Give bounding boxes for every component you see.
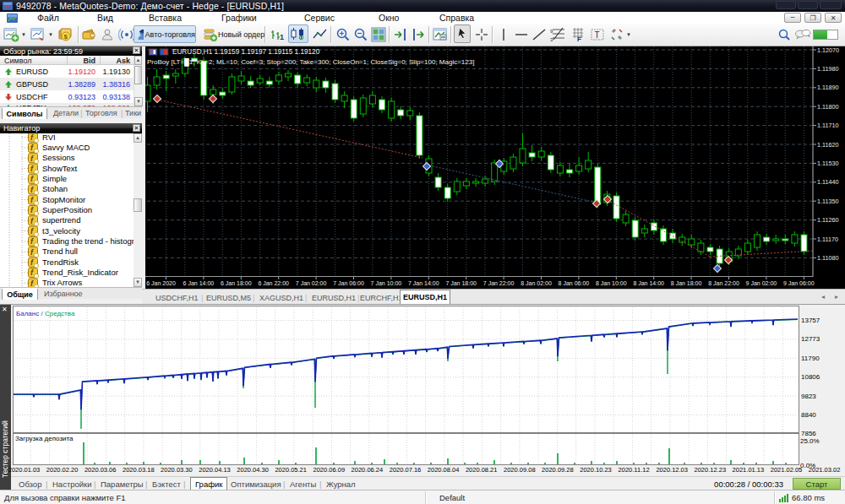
svg-text:ProBoy [LT=█1; KL=2; ML=10; Co: ProBoy [LT=█1; KL=2; ML=10; Coef=3; Stop… <box>147 57 474 67</box>
svg-text:$: $ <box>64 33 68 41</box>
svg-text:9 Jan 06:00: 9 Jan 06:00 <box>783 280 815 286</box>
svg-text:7 Jan 18:00: 7 Jan 18:00 <box>445 280 477 286</box>
svg-text:1.11800: 1.11800 <box>817 103 838 111</box>
svg-text:6 Jan 14:00: 6 Jan 14:00 <box>183 280 215 286</box>
svg-text:1.11350: 1.11350 <box>817 198 838 205</box>
svg-text:8 Jan 02:00: 8 Jan 02:00 <box>521 280 552 286</box>
svg-text:1.11620: 1.11620 <box>817 141 838 149</box>
svg-text:1: 1 <box>280 33 284 41</box>
svg-text:7 Jan 22:00: 7 Jan 22:00 <box>483 280 515 286</box>
svg-text:6 Jan 22:00: 6 Jan 22:00 <box>258 280 289 286</box>
svg-text:7 Jan 14:00: 7 Jan 14:00 <box>408 280 439 286</box>
svg-text:Баланс / Средства: Баланс / Средства <box>16 310 75 317</box>
svg-text:1.11890: 1.11890 <box>817 84 838 91</box>
svg-text:8 Jan 18:00: 8 Jan 18:00 <box>671 280 702 286</box>
svg-text:7 Jan 06:00: 7 Jan 06:00 <box>333 280 364 286</box>
svg-text:6 Jan 18:00: 6 Jan 18:00 <box>221 280 252 286</box>
svg-text:1.11980: 1.11980 <box>817 65 838 73</box>
svg-text:1.11710: 1.11710 <box>817 122 838 129</box>
svg-text:1.11080: 1.11080 <box>817 254 838 262</box>
svg-text:7 Jan 02:00: 7 Jan 02:00 <box>296 280 327 286</box>
svg-text:F: F <box>577 35 581 43</box>
svg-text:8 Jan 22:00: 8 Jan 22:00 <box>708 280 739 286</box>
svg-text:Загрузка депозита: Загрузка депозита <box>15 435 74 442</box>
svg-text:1.11170: 1.11170 <box>817 236 838 243</box>
svg-text:8 Jan 06:00: 8 Jan 06:00 <box>559 280 590 286</box>
svg-text:9 Jan 02:00: 9 Jan 02:00 <box>746 280 777 286</box>
svg-text:EURUSD,H1 1.19159 1.19197 1.1: EURUSD,H1 1.19159 1.19197 1.19115 1.1912… <box>172 48 320 56</box>
svg-text:8 Jan 14:00: 8 Jan 14:00 <box>633 280 664 286</box>
svg-text:8 Jan 10:00: 8 Jan 10:00 <box>596 280 627 286</box>
svg-text:1.11440: 1.11440 <box>817 178 838 186</box>
svg-text:1.12070: 1.12070 <box>817 46 839 54</box>
svg-text:1.11260: 1.11260 <box>817 216 838 224</box>
svg-text:6 Jan 2020: 6 Jan 2020 <box>146 280 176 286</box>
svg-text:T: T <box>595 30 600 40</box>
svg-text:7 Jan 10:00: 7 Jan 10:00 <box>371 280 402 286</box>
svg-text:1.11530: 1.11530 <box>817 160 838 167</box>
